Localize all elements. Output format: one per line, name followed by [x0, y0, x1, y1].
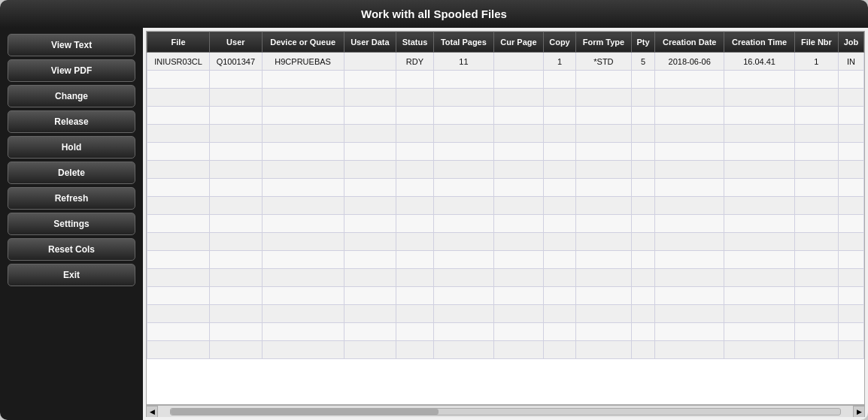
- settings-button[interactable]: Settings: [8, 213, 135, 235]
- table-row-empty: [147, 107, 864, 125]
- app-title: Work with all Spooled Files: [361, 8, 507, 20]
- col-file-nbr[interactable]: File Nbr: [794, 32, 838, 53]
- horizontal-scrollbar[interactable]: ◀ ▶: [146, 405, 865, 417]
- table-row[interactable]: INIUSR03CLQ1001347H9CPRUEBASRDY111*STD52…: [147, 53, 864, 71]
- col-user[interactable]: User: [210, 32, 263, 53]
- view-text-button[interactable]: View Text: [8, 34, 135, 56]
- col-cur-page[interactable]: Cur Page: [493, 32, 543, 53]
- scrollbar-thumb[interactable]: [171, 409, 439, 415]
- change-button[interactable]: Change: [8, 85, 135, 107]
- refresh-button[interactable]: Refresh: [8, 187, 135, 210]
- hold-button[interactable]: Hold: [8, 136, 135, 159]
- col-pty[interactable]: Pty: [631, 32, 654, 53]
- title-bar: Work with all Spooled Files: [0, 0, 868, 28]
- table-row-empty: [147, 323, 864, 341]
- table-row-empty: [147, 71, 864, 89]
- col-creation-date[interactable]: Creation Date: [655, 32, 724, 53]
- col-copy[interactable]: Copy: [544, 32, 576, 53]
- table-row-empty: [147, 197, 864, 215]
- col-user-data[interactable]: User Data: [344, 32, 396, 53]
- view-pdf-button[interactable]: View PDF: [8, 59, 135, 82]
- table-row-empty: [147, 269, 864, 287]
- table-row-empty: [147, 143, 864, 161]
- table-row-empty: [147, 233, 864, 251]
- table-row-empty: [147, 125, 864, 143]
- table-row-empty: [147, 89, 864, 107]
- table-body: INIUSR03CLQ1001347H9CPRUEBASRDY111*STD52…: [147, 53, 864, 359]
- col-file[interactable]: File: [147, 32, 210, 53]
- table-row-empty: [147, 215, 864, 233]
- scrollbar-track[interactable]: [170, 408, 841, 415]
- main-area: View TextView PDFChangeReleaseHoldDelete…: [0, 28, 868, 420]
- col-creation-time[interactable]: Creation Time: [724, 32, 795, 53]
- spooled-files-table: FileUserDevice or QueueUser DataStatusTo…: [147, 32, 864, 359]
- col-form-type[interactable]: Form Type: [575, 32, 631, 53]
- scroll-left-arrow[interactable]: ◀: [146, 406, 158, 418]
- scroll-right-arrow[interactable]: ▶: [853, 406, 865, 418]
- exit-button[interactable]: Exit: [8, 264, 135, 286]
- sidebar: View TextView PDFChangeReleaseHoldDelete…: [0, 28, 143, 420]
- release-button[interactable]: Release: [8, 110, 135, 133]
- table-header-row: FileUserDevice or QueueUser DataStatusTo…: [147, 32, 864, 53]
- table-row-empty: [147, 305, 864, 323]
- col-status[interactable]: Status: [396, 32, 434, 53]
- col-job[interactable]: Job: [838, 32, 863, 53]
- table-row-empty: [147, 161, 864, 179]
- content-area: FileUserDevice or QueueUser DataStatusTo…: [143, 28, 868, 420]
- table-row-empty: [147, 341, 864, 359]
- app-container: Work with all Spooled Files View TextVie…: [0, 0, 868, 420]
- table-row-empty: [147, 179, 864, 197]
- reset-cols-button[interactable]: Reset Cols: [8, 238, 135, 261]
- col-total-pages[interactable]: Total Pages: [433, 32, 493, 53]
- table-row-empty: [147, 287, 864, 305]
- col-device-queue[interactable]: Device or Queue: [262, 32, 344, 53]
- table-wrapper[interactable]: FileUserDevice or QueueUser DataStatusTo…: [146, 31, 865, 405]
- table-row-empty: [147, 251, 864, 269]
- delete-button[interactable]: Delete: [8, 162, 135, 184]
